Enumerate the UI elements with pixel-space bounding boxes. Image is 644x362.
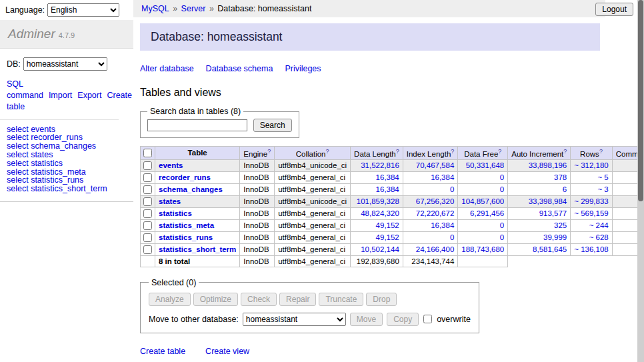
sidebar-link-sql-command[interactable]: SQL command [7, 79, 43, 100]
overwrite-checkbox[interactable] [423, 315, 432, 323]
data-length-link[interactable]: 49,152 [376, 233, 399, 241]
sidebar-table-link-select-statistics[interactable]: select statistics [7, 159, 127, 168]
row-checkbox[interactable] [143, 233, 152, 242]
row-checkbox[interactable] [143, 173, 152, 182]
table-name-link[interactable]: recorder_runs [159, 173, 211, 181]
table-name-link[interactable]: states [159, 197, 181, 205]
breadcrumb-link-mysql[interactable]: MySQL [141, 4, 169, 13]
total-data-free-cell [458, 255, 508, 267]
rows-count-link[interactable]: ~ 569,159 [574, 209, 608, 217]
db-action-database-schema[interactable]: Database schema [206, 64, 273, 73]
rows-count-cell: ~ 244 [571, 219, 612, 231]
auto-increment-link[interactable]: 913,577 [539, 209, 567, 217]
analyze-button: Analyze [149, 293, 191, 306]
data-free-link[interactable]: 104,857,600 [461, 197, 504, 205]
row-checkbox[interactable] [143, 197, 152, 206]
search-input[interactable] [147, 119, 247, 131]
vertical-scrollbar[interactable] [637, 0, 644, 362]
total-data-length-cell: 192,839,680 [351, 255, 403, 267]
data-length-link[interactable]: 48,824,320 [361, 209, 399, 217]
auto-increment-link[interactable]: 325 [554, 221, 567, 229]
scrollbar-thumb[interactable] [638, 0, 643, 201]
language-select[interactable]: English [47, 3, 119, 17]
search-button[interactable]: Search [253, 119, 292, 132]
rows-count-link[interactable]: ~ 312,180 [574, 161, 608, 169]
db-select[interactable]: homeassistant [23, 57, 107, 71]
index-length-link[interactable]: 70,467,584 [416, 161, 455, 169]
collation-cell: utf8mb4_general_ci [275, 207, 351, 219]
data-length-link[interactable]: 101,859,328 [357, 197, 399, 205]
index-length-link[interactable]: 16,384 [431, 221, 454, 229]
auto-increment-link[interactable]: 8,581,645 [533, 245, 567, 253]
auto-increment-link[interactable]: 33,398,984 [529, 197, 567, 205]
logout-button[interactable]: Logout [595, 3, 633, 16]
index-length-link[interactable]: 72,220,672 [416, 209, 455, 217]
create-link-create-table[interactable]: Create table [140, 347, 185, 356]
rows-count-link[interactable]: ~ 299,833 [574, 197, 608, 205]
data-length-link[interactable]: 10,502,144 [361, 245, 399, 253]
move-db-select[interactable]: homeassistant [243, 313, 346, 326]
help-icon[interactable]: ? [451, 148, 454, 155]
help-icon[interactable]: ? [599, 148, 603, 155]
row-checkbox[interactable] [143, 221, 152, 230]
data-free-link[interactable]: 188,743,680 [461, 245, 504, 253]
row-checkbox[interactable] [143, 161, 152, 170]
index-length-link[interactable]: 0 [450, 185, 454, 193]
rows-count-link[interactable]: ~ 244 [589, 221, 609, 229]
brand-name[interactable]: Adminer [8, 27, 55, 41]
data-length-link[interactable]: 16,384 [376, 173, 399, 181]
db-selector-row: DB:homeassistant [0, 49, 133, 75]
help-icon[interactable]: ? [563, 148, 567, 155]
index-length-cell: 16,384 [403, 171, 458, 183]
row-checkbox[interactable] [143, 245, 152, 254]
rows-count-link[interactable]: ~ 3 [597, 185, 608, 193]
auto-increment-link[interactable]: 39,999 [543, 233, 567, 241]
data-free-link[interactable]: 50,331,648 [466, 161, 505, 169]
breadcrumb-link-server[interactable]: Server [181, 4, 206, 13]
rows-count-link[interactable]: ~ 628 [589, 233, 609, 241]
db-action-privileges[interactable]: Privileges [285, 64, 321, 73]
help-icon[interactable]: ? [498, 148, 501, 155]
engine-cell: InnoDB [240, 159, 275, 171]
table-name-link[interactable]: statistics_meta [159, 221, 214, 229]
data-free-link[interactable]: 0 [500, 185, 504, 193]
move-row: Move to other database: homeassistant Mo… [149, 313, 471, 326]
auto-increment-link[interactable]: 378 [554, 173, 567, 181]
help-icon[interactable]: ? [396, 148, 399, 155]
help-icon[interactable]: ? [325, 148, 329, 155]
empty-cell [508, 255, 571, 267]
rows-count-link[interactable]: ~ 5 [597, 173, 608, 181]
sidebar-link-export[interactable]: Export [77, 91, 101, 100]
data-length-link[interactable]: 31,522,816 [361, 161, 399, 169]
create-link-create-view[interactable]: Create view [205, 347, 249, 356]
help-icon[interactable]: ? [267, 148, 271, 155]
data-free-link[interactable]: 0 [500, 233, 504, 241]
sidebar-table-link-select-states[interactable]: select states [7, 151, 127, 159]
table-name-link[interactable]: statistics_short_term [159, 245, 236, 253]
breadcrumb: MySQL » Server » Database: homeassistant [133, 0, 605, 17]
table-name-link[interactable]: schema_changes [159, 185, 223, 193]
sidebar-link-import[interactable]: Import [49, 91, 72, 100]
data-free-link[interactable]: 0 [500, 173, 504, 181]
data-free-link[interactable]: 0 [500, 221, 504, 229]
row-checkbox[interactable] [143, 209, 152, 218]
data-length-link[interactable]: 49,152 [376, 221, 399, 229]
rows-count-link[interactable]: ~ 136,108 [574, 245, 608, 253]
data-length-link[interactable]: 16,384 [376, 185, 399, 193]
table-row: statisticsInnoDButf8mb4_general_ci48,824… [141, 207, 644, 219]
index-length-link[interactable]: 16,384 [431, 173, 454, 181]
select-all-checkbox[interactable] [143, 149, 152, 157]
data-free-link[interactable]: 6,291,456 [470, 209, 504, 217]
table-name-link[interactable]: statistics_runs [159, 233, 213, 241]
sidebar-table-link-select-statistics-short-term[interactable]: select statistics_short_term [7, 185, 127, 193]
table-name-link[interactable]: statistics [159, 209, 192, 217]
auto-increment-link[interactable]: 33,898,196 [529, 161, 567, 169]
overwrite-label[interactable]: overwrite [437, 315, 471, 324]
row-checkbox[interactable] [143, 185, 152, 194]
db-action-alter-database[interactable]: Alter database [140, 64, 194, 73]
index-length-link[interactable]: 67,256,320 [416, 197, 455, 205]
auto-increment-link[interactable]: 6 [563, 185, 567, 193]
index-length-link[interactable]: 0 [450, 233, 454, 241]
index-length-link[interactable]: 24,166,400 [416, 245, 455, 253]
table-name-link[interactable]: events [159, 161, 183, 169]
